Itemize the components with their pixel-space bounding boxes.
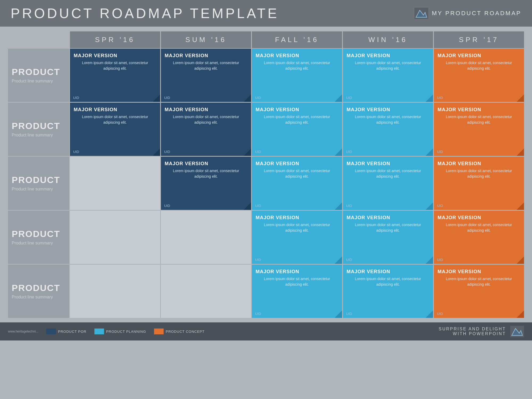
col-header-sum16: SUM '16 <box>161 31 251 48</box>
cell-corner <box>426 256 433 264</box>
cell-3-3: MAJOR VERSION Lorem ipsum dolor sit amet… <box>252 157 342 210</box>
product-sub-5: Product line summary <box>12 295 65 300</box>
cell-corner <box>335 310 342 318</box>
cell-4-4: MAJOR VERSION Lorem ipsum dolor sit amet… <box>343 211 433 264</box>
row-label-2: PRODUCT Product line summary <box>8 103 69 156</box>
cell-2-3: MAJOR VERSION Lorem ipsum dolor sit amet… <box>252 103 342 156</box>
cell-corner <box>244 202 251 210</box>
col-header-fall16: FALL '16 <box>252 31 342 48</box>
cell-corner <box>153 94 160 102</box>
table-row: PRODUCT Product line summary MAJOR VERSI… <box>8 157 524 210</box>
cell-2-2: MAJOR VERSION Lorem ipsum dolor sit amet… <box>161 103 251 156</box>
footer-site: www.heritagetechni... <box>8 330 38 333</box>
product-sub-4: Product line summary <box>12 241 65 246</box>
cell-corner <box>517 94 524 102</box>
cell-4-5: MAJOR VERSION Lorem ipsum dolor sit amet… <box>434 211 524 264</box>
header-logo-icon <box>414 8 428 19</box>
footer-tagline: SURPRISE AND DELIGHT WITH POWERPOINT <box>439 327 506 336</box>
cell-1-1: MAJOR VERSION Lorem ipsum dolor sit amet… <box>70 49 160 102</box>
cell-corner <box>426 94 433 102</box>
cell-3-4: MAJOR VERSION Lorem ipsum dolor sit amet… <box>343 157 433 210</box>
legend-item-concept: PRODUCT CONCEPT <box>154 329 205 334</box>
cell-corner <box>244 148 251 156</box>
cell-corner <box>335 148 342 156</box>
column-headers: SPR '16 SUM '16 FALL '16 WIN '16 SPR '17 <box>8 31 524 48</box>
cell-2-5: MAJOR VERSION Lorem ipsum dolor sit amet… <box>434 103 524 156</box>
cell-1-3: MAJOR VERSION Lorem ipsum dolor sit amet… <box>252 49 342 102</box>
cell-corner <box>517 202 524 210</box>
cell-corner <box>426 202 433 210</box>
cell-4-3: MAJOR VERSION Lorem ipsum dolor sit amet… <box>252 211 342 264</box>
main-content: SPR '16 SUM '16 FALL '16 WIN '16 SPR '17… <box>0 31 532 321</box>
legend-color-concept <box>154 329 164 334</box>
row-label-4: PRODUCT Product line summary <box>8 211 69 264</box>
product-title-4: PRODUCT <box>12 229 65 239</box>
cell-5-2-empty <box>161 265 251 318</box>
cell-4-2-empty <box>161 211 251 264</box>
footer-left: www.heritagetechni... PRODUCT POR PRODUC… <box>8 329 205 334</box>
row-label-1: PRODUCT Product line summary <box>8 49 69 102</box>
legend-label-concept: PRODUCT CONCEPT <box>166 330 205 334</box>
cell-3-2: MAJOR VERSION Lorem ipsum dolor sit amet… <box>161 157 251 210</box>
cell-corner <box>244 94 251 102</box>
row-label-3: PRODUCT Product line summary <box>8 157 69 210</box>
corner-empty <box>8 31 69 48</box>
col-header-spr16: SPR '16 <box>70 31 160 48</box>
cell-5-5: MAJOR VERSION Lorem ipsum dolor sit amet… <box>434 265 524 318</box>
cell-2-1: MAJOR VERSION Lorem ipsum dolor sit amet… <box>70 103 160 156</box>
product-title-2: PRODUCT <box>12 121 65 131</box>
cell-5-1-empty <box>70 265 160 318</box>
legend-label-planning: PRODUCT PLANNING <box>106 330 146 334</box>
cell-5-3: MAJOR VERSION Lorem ipsum dolor sit amet… <box>252 265 342 318</box>
footer-logo-icon <box>510 326 524 337</box>
legend-color-por <box>46 329 56 334</box>
cell-corner <box>335 256 342 264</box>
cell-corner <box>335 202 342 210</box>
col-header-win16: WIN '16 <box>343 31 433 48</box>
header-brand-section: MY PRODUCT ROADMAP <box>414 8 521 19</box>
cell-3-1-empty <box>70 157 160 210</box>
table-row: PRODUCT Product line summary MAJOR VERSI… <box>8 49 524 102</box>
footer-right: SURPRISE AND DELIGHT WITH POWERPOINT <box>439 326 524 337</box>
page-title: PRODUCT ROADMAP TEMPLATE <box>11 5 279 21</box>
cell-corner <box>335 94 342 102</box>
row-label-5: PRODUCT Product line summary <box>8 265 69 318</box>
table-row: PRODUCT Product line summary MAJOR VERSI… <box>8 103 524 156</box>
legend-item-por: PRODUCT POR <box>46 329 86 334</box>
cell-4-1-empty <box>70 211 160 264</box>
cell-1-4: MAJOR VERSION Lorem ipsum dolor sit amet… <box>343 49 433 102</box>
product-sub-2: Product line summary <box>12 133 65 138</box>
table-row: PRODUCT Product line summary MAJOR VERSI… <box>8 265 524 318</box>
product-sub-3: Product line summary <box>12 187 65 192</box>
legend-item-planning: PRODUCT PLANNING <box>94 329 146 334</box>
cell-3-5: MAJOR VERSION Lorem ipsum dolor sit amet… <box>434 157 524 210</box>
cell-5-4: MAJOR VERSION Lorem ipsum dolor sit amet… <box>343 265 433 318</box>
cell-1-2: MAJOR VERSION Lorem ipsum dolor sit amet… <box>161 49 251 102</box>
cell-2-4: MAJOR VERSION Lorem ipsum dolor sit amet… <box>343 103 433 156</box>
table-row: PRODUCT Product line summary MAJOR VERSI… <box>8 211 524 264</box>
cell-corner <box>153 148 160 156</box>
legend-color-planning <box>94 329 104 334</box>
brand-name: MY PRODUCT ROADMAP <box>432 10 521 17</box>
cell-corner <box>517 256 524 264</box>
footer: www.heritagetechni... PRODUCT POR PRODUC… <box>0 322 532 340</box>
cell-corner <box>517 148 524 156</box>
cell-corner <box>517 310 524 318</box>
cell-corner <box>426 310 433 318</box>
col-header-spr17: SPR '17 <box>434 31 524 48</box>
legend-label-por: PRODUCT POR <box>58 330 86 334</box>
cell-corner <box>426 148 433 156</box>
product-title-5: PRODUCT <box>12 283 65 293</box>
product-title-1: PRODUCT <box>12 67 65 77</box>
header: PRODUCT ROADMAP TEMPLATE MY PRODUCT ROAD… <box>0 0 532 27</box>
cell-1-5: MAJOR VERSION Lorem ipsum dolor sit amet… <box>434 49 524 102</box>
product-title-3: PRODUCT <box>12 175 65 185</box>
product-sub-1: Product line summary <box>12 79 65 84</box>
